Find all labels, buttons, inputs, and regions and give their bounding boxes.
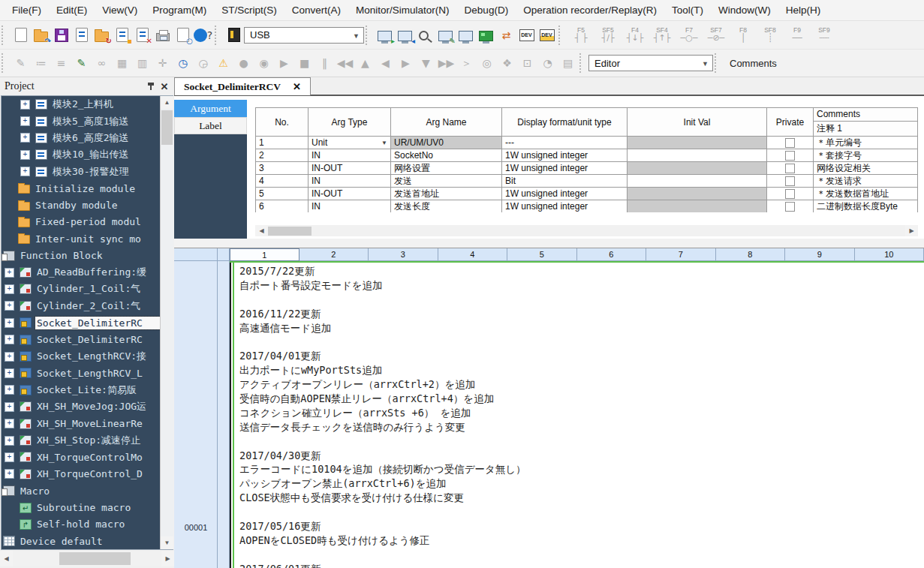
tree-item--30-[interactable]: +模块30-报警处理 (2, 164, 173, 180)
project-tree-hscrollbar[interactable]: ◀ ▶ (0, 551, 174, 566)
cell-display-format[interactable]: 1W unsigned integer (502, 188, 628, 200)
cell-no[interactable]: 4 (256, 175, 309, 188)
checkbox-icon[interactable] (785, 189, 795, 199)
expand-toggle-icon[interactable]: + (5, 368, 14, 378)
tree-item--10_-[interactable]: +模块10_输出传送 (2, 146, 173, 163)
cell-arg-type[interactable]: IN (309, 149, 391, 162)
menu-view[interactable]: View(V) (95, 2, 145, 19)
cell-arg-type[interactable]: IN-OUT (309, 188, 391, 200)
cell-init-val[interactable] (628, 137, 767, 149)
device-view-icon[interactable]: DEV (516, 25, 537, 46)
ruler-col-5[interactable]: 5 (507, 248, 577, 261)
scroll-right-icon[interactable]: ▶ (161, 551, 174, 566)
cell-arg-type[interactable]: IN (309, 175, 391, 188)
open-program-icon[interactable]: ↻ (92, 25, 112, 46)
scroll-up-icon[interactable]: ▲ (161, 96, 173, 109)
print-icon[interactable] (152, 25, 173, 46)
expand-toggle-icon[interactable]: + (20, 133, 30, 143)
private-checkbox[interactable] (767, 137, 814, 149)
verify-program-icon[interactable] (415, 25, 435, 46)
tree-item--2_-[interactable]: +模块2_上料机 (2, 96, 173, 113)
device-monitor-icon[interactable]: DEV (537, 25, 557, 46)
print-preview-icon[interactable]: ○ (173, 25, 193, 46)
cell-comment[interactable]: ＊套接字号 (814, 149, 918, 162)
cell-arg-name[interactable]: UR/UM/UV0 (391, 137, 502, 149)
ruler-col-6[interactable]: 6 (577, 248, 647, 261)
private-checkbox[interactable] (767, 175, 814, 188)
tree-item-initialize-module[interactable]: Initialize module (2, 180, 173, 197)
cell-arg-name[interactable]: 网络设置 (391, 162, 502, 175)
open-project-icon[interactable]: ↷ (31, 25, 51, 46)
connection-combo[interactable]: USB ▼ (244, 27, 364, 44)
tab-argument[interactable]: Argument (174, 100, 247, 117)
chevron-down-icon[interactable]: ▼ (381, 140, 387, 146)
cell-no[interactable]: 2 (256, 149, 309, 162)
tree-item-fixed-period-modul[interactable]: Fixed-period modul (2, 214, 173, 230)
download-to-plc-icon[interactable]: ▸ (375, 25, 395, 46)
tree-item-cylinder_2_coil-[interactable]: +Cylinder_2_Coil:气 (2, 298, 173, 314)
cell-init-val[interactable] (628, 162, 767, 175)
tree-item-xh_torquecontrol_d[interactable]: +XH_TorqueControl_D (2, 466, 173, 482)
cell-arg-name[interactable]: 发送首地址 (391, 188, 502, 200)
expand-toggle-icon[interactable]: + (5, 402, 14, 412)
cell-display-format[interactable]: 1W unsigned integer (502, 149, 628, 162)
tree-item-cylinder_1_coil-[interactable]: +Cylinder_1_Coil:气 (2, 281, 173, 297)
cell-arg-type[interactable]: IN-OUT (309, 162, 391, 175)
ruler-col-9[interactable]: 9 (785, 248, 855, 261)
delete-program-icon[interactable]: ✕ (132, 25, 152, 46)
toolbar-grip[interactable] (558, 26, 564, 45)
expand-toggle-icon[interactable]: + (20, 100, 30, 110)
toolbar-grip[interactable] (2, 53, 8, 73)
cell-arg-name[interactable]: 发送长度 (391, 200, 502, 212)
tree-item-xh_sh_movejog-jog-[interactable]: +XH_SH_MoveJog:JOG运 (2, 398, 173, 415)
cell-no[interactable]: 3 (256, 162, 309, 175)
scroll-right-icon[interactable]: ▶ (905, 225, 918, 236)
rung-comment-block[interactable]: 2015/7/22更新自ポート番号設定モードを追加 2016/11/22更新高速… (239, 264, 921, 568)
private-checkbox[interactable] (767, 188, 814, 200)
check-edit-list-icon[interactable]: ✎ (71, 53, 92, 74)
tree-item-xh_sh_movelinearre[interactable]: +XH_SH_MoveLinearRe (2, 415, 173, 431)
checkbox-icon[interactable] (785, 176, 795, 186)
expand-toggle-icon[interactable]: + (20, 116, 30, 126)
expand-toggle-icon[interactable]: + (5, 419, 14, 428)
cell-display-format[interactable]: 1W unsigned integer (502, 162, 628, 175)
tree-item--5_-1-[interactable]: +模块5_高度1输送 (2, 113, 173, 129)
online-convert-icon[interactable]: ⇄ (496, 25, 516, 46)
cell-comment[interactable]: ＊发送数据首地址 (814, 188, 918, 200)
toolbar-grip[interactable] (215, 26, 221, 45)
cell-comment[interactable]: 网络设定相关 (814, 162, 918, 175)
expand-toggle-icon[interactable]: + (5, 284, 14, 294)
toolbar-grip[interactable] (366, 26, 372, 45)
expand-toggle-icon[interactable]: + (5, 469, 14, 479)
tree-item-subroutine-macro[interactable]: ↵Subroutine macro (2, 499, 173, 515)
close-panel-icon[interactable]: ✕ (158, 80, 171, 92)
cell-display-format[interactable]: --- (502, 137, 628, 149)
private-checkbox[interactable] (767, 200, 814, 212)
tab-socket-delimiterrcv[interactable]: Socket_DelimiterRCV ✕ (174, 77, 311, 95)
tree-item-device-default[interactable]: Device default (2, 533, 173, 549)
menu-monitor-simulator[interactable]: Monitor/Simulator(N) (348, 2, 457, 19)
toolbar-grip[interactable] (579, 53, 585, 73)
tree-item-macro[interactable]: Macro (2, 482, 173, 499)
scroll-left-icon[interactable]: ◀ (255, 225, 268, 236)
menu-help[interactable]: Help(H) (778, 2, 829, 19)
close-tab-icon[interactable]: ✕ (293, 81, 301, 93)
program-protect-icon[interactable]: ▪ (112, 25, 132, 46)
cell-comment[interactable]: 二进制数据长度Byte (814, 200, 918, 212)
expand-toggle-icon[interactable]: + (5, 436, 14, 446)
expand-toggle-icon[interactable]: + (5, 352, 14, 362)
alert-monitor-icon[interactable]: ⚠ (213, 53, 233, 74)
cell-comment[interactable]: ＊单元编号 (814, 137, 918, 149)
menu-debug[interactable]: Debug(D) (457, 2, 516, 19)
checkbox-icon[interactable] (785, 151, 795, 161)
ladder-editor[interactable]: 12345678910 00001 2015/7/22更新自ポート番号設定モード… (174, 248, 924, 568)
tree-item-socket_lengthrcv_l[interactable]: +Socket_LengthRCV_L (2, 365, 173, 381)
expand-toggle-icon[interactable]: + (20, 150, 30, 160)
toolbar-grip[interactable] (2, 26, 8, 45)
tree-item-function-block[interactable]: Function Block (2, 248, 173, 264)
menu-window[interactable]: Window(W) (711, 2, 778, 19)
expand-toggle-icon[interactable]: + (5, 452, 14, 462)
cell-no[interactable]: 1 (256, 137, 309, 149)
pin-icon[interactable] (144, 80, 158, 92)
toolbar-grip[interactable] (715, 53, 721, 73)
